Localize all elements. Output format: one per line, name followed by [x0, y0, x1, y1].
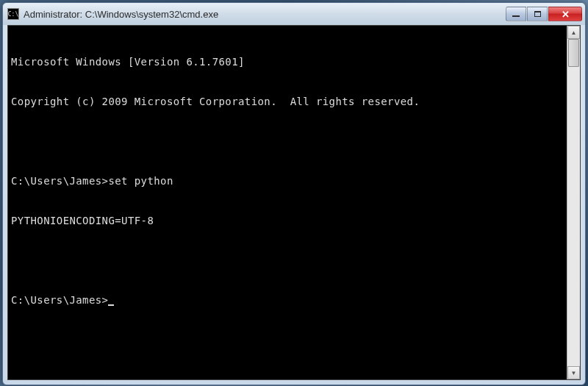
prompt-text: C:\Users\James> — [11, 294, 108, 306]
maximize-icon — [534, 11, 541, 17]
titlebar[interactable]: C:\ Administrator: C:\Windows\system32\c… — [3, 3, 585, 25]
cmd-icon: C:\ — [7, 8, 19, 20]
close-button[interactable]: ✕ — [548, 7, 582, 21]
cursor — [108, 304, 114, 306]
output-line: Microsoft Windows [Version 6.1.7601] — [11, 55, 564, 68]
output-line — [11, 254, 564, 267]
minimize-icon — [512, 15, 520, 17]
window-title: Administrator: C:\Windows\system32\cmd.e… — [24, 9, 506, 20]
vertical-scrollbar[interactable]: ▲ ▼ — [567, 26, 580, 379]
cmd-window: C:\ Administrator: C:\Windows\system32\c… — [2, 2, 586, 385]
output-line: Copyright (c) 2009 Microsoft Corporation… — [11, 95, 564, 108]
scroll-track[interactable] — [567, 39, 580, 366]
terminal-output[interactable]: Microsoft Windows [Version 6.1.7601] Cop… — [8, 26, 567, 379]
maximize-button[interactable] — [527, 7, 548, 21]
output-line: PYTHONIOENCODING=UTF-8 — [11, 214, 564, 227]
scroll-up-button[interactable]: ▲ — [567, 26, 580, 39]
prompt-line: C:\Users\James>set python — [11, 174, 564, 187]
window-controls: ✕ — [506, 7, 582, 21]
minimize-button[interactable] — [506, 7, 526, 21]
close-icon: ✕ — [562, 9, 570, 20]
client-area: Microsoft Windows [Version 6.1.7601] Cop… — [7, 25, 581, 380]
prompt-line: C:\Users\James> — [11, 293, 564, 307]
scroll-down-button[interactable]: ▼ — [567, 366, 580, 379]
output-line — [11, 135, 564, 148]
scroll-thumb[interactable] — [568, 39, 579, 67]
